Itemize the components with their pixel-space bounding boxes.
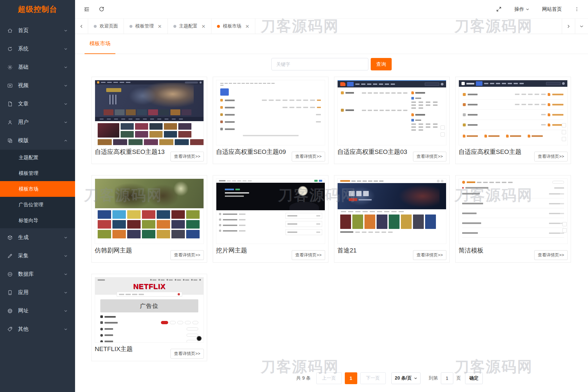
chevron-down-icon (64, 327, 68, 331)
confirm-button[interactable]: 确定 (465, 372, 483, 384)
keyword-search-input[interactable] (271, 58, 368, 70)
topbar-left (84, 6, 105, 12)
sidebar-item-2[interactable]: 基础 (0, 58, 75, 76)
tabs-menu-button[interactable] (575, 19, 588, 34)
view-detail-button[interactable]: 查看详情页>> (413, 250, 446, 260)
admin-console: 超级控制台 首页系统基础视频文章用户模版主题配置模板管理模板市场广告位管理标签向… (0, 0, 588, 392)
sidebar-item-12[interactable]: 其他 (0, 320, 75, 338)
card-footer: 查看详情页>> (534, 152, 568, 161)
card-footer: 查看详情页>> (170, 349, 204, 359)
card-footer: 查看详情页>> (292, 250, 325, 260)
card-footer: 查看详情页>> (413, 152, 446, 161)
sidebar-item-8[interactable]: 采集 (0, 247, 75, 265)
tab-template-market[interactable]: 模板市场 (85, 34, 115, 54)
template-card[interactable]: 首途21查看详情页>> (334, 175, 450, 263)
sidebar-subitem-3[interactable]: 广告位管理 (0, 197, 75, 213)
chevron-down-icon (64, 65, 68, 69)
tabs-scroll-right-button[interactable] (562, 19, 575, 34)
chevron-down-icon (64, 254, 68, 258)
view-detail-button[interactable]: 查看详情页>> (170, 349, 204, 359)
tabs-scroll-left-button[interactable] (75, 19, 88, 34)
sidebar-item-4[interactable]: 文章 (0, 95, 75, 113)
template-card[interactable]: 挖片网主题查看详情页>> (213, 175, 328, 263)
more-menu-icon[interactable] (574, 7, 579, 12)
collapse-sidebar-icon[interactable] (84, 6, 90, 12)
sidebar-item-label: 首页 (18, 27, 29, 34)
template-thumbnail (95, 178, 204, 244)
page-tab-1[interactable]: 模板管理✕ (124, 19, 168, 34)
tab-close-icon[interactable]: ✕ (158, 24, 162, 29)
tab-label: 模板市场 (223, 23, 241, 29)
view-detail-button[interactable]: 查看详情页>> (534, 250, 568, 260)
template-card[interactable]: 简洁模板查看详情页>> (455, 175, 571, 263)
refresh-icon[interactable] (99, 6, 105, 12)
page-tab-2[interactable]: 主题配置✕ (168, 19, 212, 34)
sidebar-item-10[interactable]: 应用 (0, 283, 75, 302)
goto-page-input[interactable] (441, 372, 453, 384)
view-detail-button[interactable]: 查看详情页>> (292, 152, 325, 161)
current-page-button[interactable]: 1 (345, 372, 357, 384)
settings-icon (7, 64, 13, 70)
content-area: 模板市场 查询 自适应高权重SEO主题13查看详情页>> 自适应高权重SEO主题… (75, 34, 588, 392)
tab-status-dot (129, 25, 132, 28)
sidebar-item-5[interactable]: 用户 (0, 113, 75, 131)
chevron-down-icon (414, 376, 418, 380)
view-detail-button[interactable]: 查看详情页>> (292, 250, 325, 260)
view-detail-button[interactable]: 查看详情页>> (534, 152, 568, 161)
chevron-down-icon (64, 120, 68, 124)
template-card[interactable]: 自适应高权重SEO主题查看详情页>> (455, 77, 571, 164)
url-icon (7, 308, 13, 314)
template-thumbnail (459, 178, 568, 244)
page-tab-0[interactable]: 欢迎页面 (88, 19, 124, 34)
page-size-select[interactable]: 20 条/页 (391, 372, 421, 384)
sidebar-subitem-2[interactable]: 模板市场 (0, 181, 75, 197)
sidebar-item-9[interactable]: 数据库 (0, 265, 75, 283)
sidebar-item-3[interactable]: 视频 (0, 76, 75, 95)
prev-page-button[interactable]: 上一页 (316, 372, 342, 384)
tab-close-icon[interactable]: ✕ (202, 24, 206, 29)
chevron-down-icon (64, 102, 68, 106)
template-card[interactable]: 自适应高权重SEO主题09查看详情页>> (213, 77, 328, 164)
sidebar-item-1[interactable]: 系统 (0, 40, 75, 58)
template-thumbnail (95, 80, 204, 145)
view-detail-button[interactable]: 查看详情页>> (170, 250, 204, 260)
search-button[interactable]: 查询 (371, 58, 392, 70)
sidebar-item-6[interactable]: 模版 (0, 131, 75, 150)
sidebar-item-7[interactable]: 生成 (0, 228, 75, 247)
template-card[interactable]: 自适应高权重SEO主题03查看详情页>> (334, 77, 450, 164)
view-detail-button[interactable]: 查看详情页>> (170, 152, 204, 161)
fullscreen-icon[interactable] (496, 6, 502, 12)
tab-close-icon[interactable]: ✕ (245, 24, 249, 29)
next-page-button[interactable]: 下一页 (360, 372, 386, 384)
template-thumbnail (337, 178, 446, 244)
home-icon (7, 28, 13, 33)
sidebar-item-label: 系统 (18, 46, 29, 52)
system-icon (7, 46, 13, 52)
sidebar-submenu: 主题配置模板管理模板市场广告位管理标签向导 (0, 150, 75, 228)
topbar: 操作 网站首页 (75, 0, 588, 19)
sidebar-subitem-1[interactable]: 模板管理 (0, 165, 75, 181)
topbar-right: 操作 网站首页 (496, 6, 579, 12)
chevron-down-icon (64, 235, 68, 240)
sidebar-item-0[interactable]: 首页 (0, 21, 75, 40)
tabbar: 欢迎页面模板管理✕主题配置✕模板市场✕ (75, 19, 588, 34)
tag-icon (7, 326, 13, 332)
sidebar-nav: 首页系统基础视频文章用户模版主题配置模板管理模板市场广告位管理标签向导生成采集数… (0, 19, 75, 338)
sidebar-item-label: 视频 (18, 82, 29, 89)
sidebar-item-label: 文章 (18, 101, 29, 107)
sidebar-item-11[interactable]: 网址 (0, 302, 75, 320)
sidebar-subitem-label: 广告位管理 (19, 202, 43, 207)
sidebar-subitem-0[interactable]: 主题配置 (0, 150, 75, 165)
view-detail-button[interactable]: 查看详情页>> (413, 152, 446, 161)
template-thumbnail (459, 80, 568, 145)
site-home-link[interactable]: 网站首页 (542, 6, 562, 12)
chevron-down-icon (64, 309, 68, 313)
template-card[interactable]: NETFLIX 广告位 NETFLIX主题查看详情页>> (91, 274, 207, 361)
page-tab-3[interactable]: 模板市场✕ (211, 19, 255, 34)
template-card[interactable]: 仿韩剧网主题查看详情页>> (91, 175, 207, 263)
chevron-down-icon (64, 47, 68, 51)
sidebar-subitem-4[interactable]: 标签向导 (0, 213, 75, 228)
action-dropdown[interactable]: 操作 (514, 6, 530, 12)
total-count-label: 共 9 条 (296, 375, 311, 381)
template-card[interactable]: 自适应高权重SEO主题13查看详情页>> (91, 77, 207, 164)
